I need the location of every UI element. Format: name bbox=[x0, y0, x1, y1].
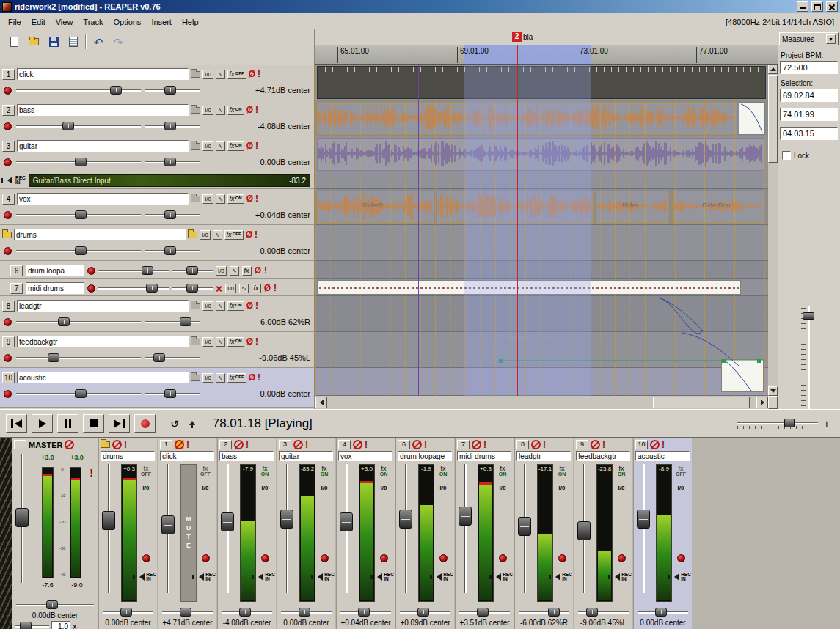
vertical-zoom-thumb[interactable] bbox=[803, 312, 814, 320]
menu-insert[interactable]: Insert bbox=[146, 16, 177, 28]
phase-button[interactable]: ∿ bbox=[216, 70, 225, 79]
pan-thumb[interactable] bbox=[164, 210, 176, 219]
strip-pan-slider[interactable] bbox=[400, 608, 450, 617]
record-arm-button[interactable] bbox=[87, 267, 95, 275]
record-arm-button[interactable] bbox=[4, 87, 12, 95]
volume-slider[interactable] bbox=[16, 389, 141, 398]
strip-mute-icon[interactable] bbox=[412, 440, 422, 449]
strip-fader-thumb[interactable] bbox=[161, 515, 175, 534]
folder-icon[interactable] bbox=[101, 441, 110, 448]
zoom-out-button[interactable]: − bbox=[726, 418, 731, 430]
phase-button[interactable]: ∿ bbox=[216, 194, 225, 204]
strip-fader-thumb[interactable] bbox=[518, 517, 531, 536]
folder-icon[interactable] bbox=[191, 71, 200, 78]
marker-number[interactable]: 2 bbox=[512, 32, 522, 42]
strip-pan-thumb[interactable] bbox=[180, 608, 191, 617]
strip-solo-icon[interactable]: ! bbox=[424, 440, 427, 450]
pan-thumb[interactable] bbox=[164, 246, 176, 255]
strip-fader-thumb[interactable] bbox=[459, 507, 472, 526]
open-project-button[interactable] bbox=[26, 34, 42, 50]
pan-slider[interactable] bbox=[145, 86, 200, 95]
io-button[interactable]: I/0 bbox=[202, 301, 213, 311]
strip-fx-button[interactable]: fxON bbox=[618, 466, 626, 477]
strip-fx-button[interactable]: fxON bbox=[380, 466, 388, 477]
strip-recin-button[interactable]: REC IN bbox=[611, 573, 632, 581]
mute-button[interactable]: Ø bbox=[246, 229, 252, 240]
strip-mute-icon[interactable] bbox=[353, 440, 362, 449]
volume-thumb[interactable] bbox=[62, 122, 74, 130]
strip-name-input[interactable] bbox=[338, 451, 392, 461]
track-number[interactable]: 2 bbox=[2, 105, 15, 116]
pan-slider[interactable] bbox=[145, 317, 200, 326]
strip-solo-icon[interactable]: ! bbox=[662, 440, 665, 450]
strip-recin-button[interactable]: REC IN bbox=[195, 573, 216, 581]
io-button[interactable]: I/0 bbox=[200, 230, 211, 240]
strip-solo-icon[interactable]: ! bbox=[543, 440, 546, 450]
track-name-input[interactable] bbox=[17, 372, 189, 383]
strip-pan-slider[interactable] bbox=[638, 608, 688, 617]
menu-track[interactable]: Track bbox=[78, 16, 108, 28]
strip-recin-button[interactable]: REC IN bbox=[255, 573, 275, 581]
strip-name-input[interactable] bbox=[219, 451, 274, 461]
pan-slider[interactable] bbox=[172, 266, 213, 275]
pan-slider[interactable] bbox=[172, 284, 213, 293]
titlebar[interactable]: riderwork2 [modified] - REAPER v0.76 bbox=[0, 0, 840, 13]
pan-thumb[interactable] bbox=[186, 284, 198, 293]
track-number[interactable]: 8 bbox=[2, 301, 15, 312]
fx-button[interactable]: fx bbox=[252, 284, 261, 293]
strip-name-input[interactable] bbox=[576, 451, 630, 461]
media-item-vox-1[interactable]: RiderR... bbox=[317, 191, 434, 224]
strip-number[interactable]: 6 bbox=[398, 440, 410, 449]
pan-slider[interactable] bbox=[145, 122, 200, 130]
pan-slider[interactable] bbox=[145, 158, 200, 166]
timeline-ruler[interactable]: 65.01.00 69.01.00 73.01.00 77.01.00 bbox=[315, 45, 778, 65]
strip-fader-thumb[interactable] bbox=[577, 521, 591, 540]
solo-button[interactable]: ! bbox=[255, 194, 258, 204]
selection-start-input[interactable] bbox=[780, 89, 838, 102]
folder-icon[interactable] bbox=[188, 232, 197, 238]
strip-io-button[interactable]: I/0 bbox=[262, 485, 269, 491]
strip-solo-icon[interactable]: ! bbox=[246, 440, 249, 450]
strip-io-button[interactable]: I/0 bbox=[678, 485, 684, 491]
strip-io-button[interactable]: I/0 bbox=[500, 485, 506, 491]
fx-button[interactable]: fx bbox=[242, 266, 252, 276]
strip-io-button[interactable]: I/0 bbox=[559, 485, 566, 491]
pan-slider[interactable] bbox=[145, 353, 200, 362]
io-button[interactable]: I/0 bbox=[202, 141, 213, 151]
strip-name-input[interactable] bbox=[101, 451, 155, 461]
folder-icon[interactable] bbox=[191, 339, 200, 345]
io-button[interactable]: I/0 bbox=[202, 373, 213, 383]
strip-pan-thumb[interactable] bbox=[299, 608, 310, 617]
media-item-vox-4[interactable]: RiderRou... bbox=[673, 191, 764, 224]
strip-recin-button[interactable]: REC IN bbox=[552, 573, 572, 581]
pan-slider[interactable] bbox=[145, 210, 200, 219]
strip-fader[interactable] bbox=[161, 464, 175, 593]
scroll-left-button[interactable] bbox=[315, 397, 327, 408]
strip-pan-thumb[interactable] bbox=[239, 608, 251, 617]
phase-button[interactable]: ∿ bbox=[239, 284, 249, 293]
project-settings-button[interactable] bbox=[65, 34, 81, 50]
marker-lane[interactable]: 2 bla bbox=[315, 29, 778, 45]
stop-button[interactable] bbox=[83, 414, 104, 433]
solo-button[interactable]: ! bbox=[274, 283, 277, 293]
strip-fx-button[interactable]: fxON bbox=[321, 466, 329, 477]
strip-pan-slider[interactable] bbox=[519, 608, 569, 617]
strip-record-arm[interactable] bbox=[677, 554, 685, 562]
strip-recin-button[interactable]: REC IN bbox=[492, 573, 513, 581]
track-name-input[interactable] bbox=[17, 140, 189, 152]
strip-solo-icon[interactable]: ! bbox=[602, 440, 605, 450]
mute-button[interactable]: Ø bbox=[246, 336, 253, 347]
strip-fader-thumb[interactable] bbox=[280, 510, 293, 529]
new-project-button[interactable] bbox=[6, 34, 22, 50]
track-name-input[interactable] bbox=[17, 336, 189, 347]
strip-solo-icon[interactable]: ! bbox=[124, 440, 127, 450]
volume-thumb[interactable] bbox=[75, 158, 87, 166]
media-item-leadgtr-tail[interactable] bbox=[721, 359, 764, 392]
strip-fader-thumb[interactable] bbox=[340, 512, 353, 531]
strip-fader[interactable] bbox=[577, 464, 591, 593]
mute-button[interactable]: Ø bbox=[246, 301, 253, 311]
solo-button[interactable]: ! bbox=[264, 265, 267, 276]
volume-slider[interactable] bbox=[16, 158, 141, 166]
solo-button[interactable]: ! bbox=[258, 372, 260, 383]
io-button[interactable]: I/0 bbox=[202, 106, 213, 115]
